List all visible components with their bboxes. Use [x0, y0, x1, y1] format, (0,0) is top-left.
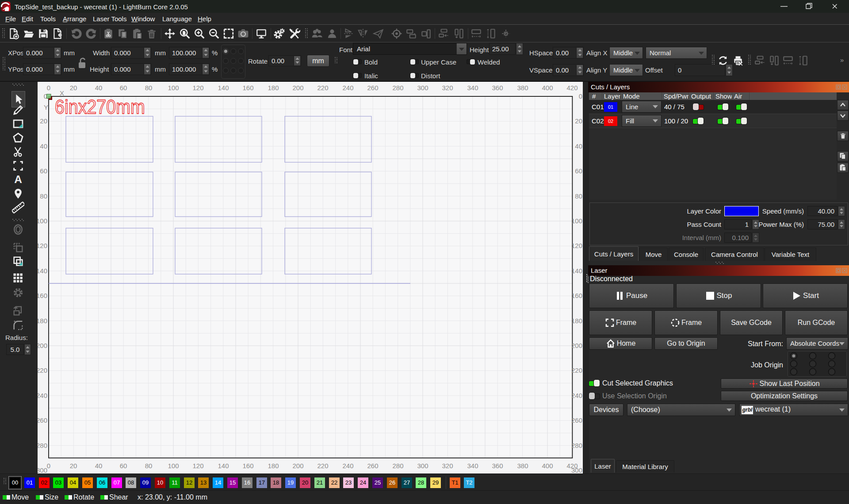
svg-text:100: 100 — [168, 462, 179, 470]
svg-text:Y: Y — [44, 103, 48, 111]
svg-text:60: 60 — [120, 84, 127, 92]
svg-text:160: 160 — [242, 84, 253, 92]
svg-text:400: 400 — [542, 462, 553, 470]
svg-text:300: 300 — [38, 466, 47, 473]
svg-text:20: 20 — [70, 462, 77, 470]
svg-text:240: 240 — [342, 462, 353, 470]
svg-text:360: 360 — [492, 84, 503, 92]
svg-text:260: 260 — [367, 462, 378, 470]
svg-text:180: 180 — [571, 317, 582, 325]
svg-text:260: 260 — [367, 84, 378, 92]
svg-text:320: 320 — [442, 462, 453, 470]
svg-text:200: 200 — [292, 462, 303, 470]
svg-text:160: 160 — [242, 462, 253, 470]
svg-text:0: 0 — [47, 84, 50, 92]
svg-text:260: 260 — [571, 416, 582, 424]
svg-text:40: 40 — [40, 142, 47, 150]
svg-text:100: 100 — [38, 217, 47, 225]
svg-text:420: 420 — [566, 84, 577, 92]
svg-text:280: 280 — [38, 442, 47, 449]
svg-text:140: 140 — [571, 267, 582, 275]
svg-text:340: 340 — [467, 84, 478, 92]
svg-text:400: 400 — [542, 84, 553, 92]
svg-text:20: 20 — [40, 117, 47, 125]
svg-text:0: 0 — [47, 462, 50, 470]
svg-text:140: 140 — [218, 462, 229, 470]
svg-text:200: 200 — [292, 84, 303, 92]
svg-text:A: A — [14, 173, 22, 185]
svg-text:120: 120 — [192, 84, 203, 92]
svg-text:80: 80 — [145, 462, 153, 470]
svg-text:140: 140 — [38, 267, 47, 275]
svg-text:220: 220 — [571, 367, 582, 374]
svg-text:120: 120 — [571, 242, 582, 249]
svg-text:240: 240 — [38, 392, 47, 399]
svg-text:240: 240 — [342, 84, 353, 92]
svg-text:320: 320 — [442, 84, 453, 92]
svg-text:260: 260 — [38, 416, 47, 424]
svg-text:380: 380 — [517, 84, 528, 92]
svg-text:160: 160 — [571, 292, 582, 299]
svg-text:280: 280 — [392, 84, 403, 92]
svg-text:120: 120 — [192, 462, 203, 470]
svg-text:100: 100 — [571, 217, 582, 225]
svg-text:280: 280 — [571, 442, 582, 449]
svg-text:20: 20 — [575, 117, 582, 125]
svg-text:380: 380 — [517, 462, 528, 470]
svg-text:360: 360 — [492, 462, 503, 470]
svg-text:180: 180 — [268, 462, 279, 470]
svg-text:300: 300 — [417, 462, 428, 470]
svg-text:60: 60 — [575, 167, 582, 175]
svg-text:40: 40 — [95, 84, 103, 92]
svg-text:180: 180 — [38, 317, 47, 325]
svg-text:240: 240 — [571, 392, 582, 399]
svg-text:6inx270mm: 6inx270mm — [55, 96, 145, 118]
svg-text:200: 200 — [38, 342, 47, 349]
svg-text:40: 40 — [95, 462, 103, 470]
svg-text:340: 340 — [467, 462, 478, 470]
svg-text:160: 160 — [38, 292, 47, 299]
svg-text:180: 180 — [268, 84, 279, 92]
svg-text:200: 200 — [571, 342, 582, 349]
svg-text:220: 220 — [38, 367, 47, 374]
svg-text:80: 80 — [40, 192, 47, 200]
svg-text:220: 220 — [317, 84, 328, 92]
svg-text:80: 80 — [145, 84, 153, 92]
svg-text:100: 100 — [168, 84, 179, 92]
svg-text:60: 60 — [40, 167, 47, 175]
svg-text:60: 60 — [120, 462, 127, 470]
svg-text:40: 40 — [575, 142, 582, 150]
svg-text:300: 300 — [417, 84, 428, 92]
svg-text:280: 280 — [392, 462, 403, 470]
svg-text:0: 0 — [579, 92, 582, 100]
svg-text:20: 20 — [70, 84, 77, 92]
svg-text:80: 80 — [575, 192, 582, 200]
svg-text:220: 220 — [317, 462, 328, 470]
svg-text:300: 300 — [571, 466, 582, 473]
svg-text:120: 120 — [38, 242, 47, 249]
svg-text:140: 140 — [218, 84, 229, 92]
